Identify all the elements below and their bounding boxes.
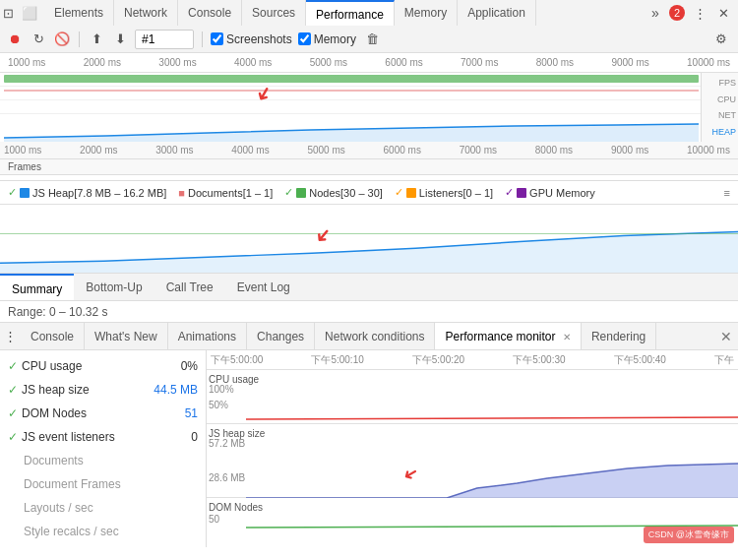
legend-gpu[interactable]: ✓ GPU Memory (505, 186, 595, 199)
upload-icon[interactable]: ⬆ (88, 31, 105, 48)
ruler-ticks: 1000 ms 2000 ms 3000 ms 4000 ms 5000 ms … (4, 57, 738, 68)
tab-network[interactable]: Network (114, 0, 178, 26)
pm-cpu-100: 100% (209, 384, 234, 395)
legend-jsheap[interactable]: ✓ JS Heap[7.8 MB – 16.2 MB] (8, 186, 166, 199)
pm-tick-0: 下午5:00:00 (211, 353, 263, 367)
metric-layouts[interactable]: Layouts / sec (0, 496, 206, 520)
metric-jsheap-name: JS heap size (22, 383, 149, 397)
memory-checkbox-label[interactable]: Memory (298, 32, 356, 46)
legend-nodes-label: Nodes[30 – 30] (309, 187, 383, 199)
ltick-8000: 8000 ms (535, 145, 573, 156)
tab-elements[interactable]: Elements (44, 0, 114, 26)
bottom-tab-animations[interactable]: Animations (168, 323, 247, 350)
bottom-tab-perf-monitor[interactable]: Performance monitor ✕ (435, 323, 581, 350)
metric-documents[interactable]: Documents (0, 449, 206, 472)
summary-tab-eventlog[interactable]: Event Log (225, 274, 302, 300)
main-chart: ➜ (0, 205, 738, 274)
metric-dom[interactable]: ✓ DOM Nodes 51 (0, 402, 206, 425)
pm-cpu-50: 50% (209, 400, 228, 410)
metric-style-recalcs[interactable]: Style recalcs / sec (0, 520, 206, 543)
inspect-icon[interactable]: ⊡ (0, 6, 17, 21)
memory-checkbox[interactable] (298, 32, 311, 45)
legend-jsheap-check: ✓ (8, 186, 17, 199)
summary-tab-calltree[interactable]: Call Tree (154, 274, 225, 300)
bottom-panel: ✓ CPU usage 0% ✓ JS heap size 44.5 MB ✓ … (0, 350, 738, 547)
bottom-tab-whatsnew[interactable]: What's New (85, 323, 168, 350)
metric-cpu[interactable]: ✓ CPU usage 0% (0, 354, 206, 378)
bottom-tab-network-conditions[interactable]: Network conditions (315, 323, 435, 350)
reload-icon[interactable]: ↻ (30, 31, 47, 48)
tab-sources[interactable]: Sources (242, 0, 306, 26)
legend-listeners-check: ✓ (395, 186, 403, 199)
pm-tick-1: 下午5:00:10 (311, 353, 363, 367)
tick-1000: 1000 ms (8, 57, 45, 68)
legend-gpu-color (517, 188, 526, 198)
legend-nodes-color (296, 188, 306, 198)
range-label: Range: 0 – 10.32 s (8, 305, 107, 319)
record-icon[interactable]: ⏺ (6, 31, 24, 48)
main-chart-svg (0, 205, 738, 273)
metric-listeners-check: ✓ (8, 430, 18, 444)
svg-marker-1 (0, 232, 738, 273)
tab-console[interactable]: Console (178, 0, 242, 26)
bottom-menu-icon[interactable]: ⋮ (0, 329, 21, 343)
tick-7000: 7000 ms (461, 57, 498, 68)
pm-tick-5: 下午 (714, 353, 734, 367)
legend-nodes-check: ✓ (284, 186, 293, 199)
url-input[interactable] (135, 30, 194, 49)
summary-tab-summary[interactable]: Summary (0, 274, 74, 300)
net-label-side: NET (704, 110, 736, 120)
lower-ruler-ticks: 1000 ms 2000 ms 3000 ms 4000 ms 5000 ms … (0, 145, 738, 156)
perf-toolbar: ⏺ ↻ 🚫 ⬆ ⬇ Screenshots Memory 🗑 ⚙ (0, 26, 738, 53)
tick-8000: 8000 ms (536, 57, 574, 68)
screenshots-checkbox[interactable] (211, 32, 223, 45)
summary-range: Range: 0 – 10.32 s (0, 301, 738, 323)
tab-memory[interactable]: Memory (395, 0, 458, 26)
tab-performance[interactable]: Performance (306, 0, 395, 26)
metric-jsheap[interactable]: ✓ JS heap size 44.5 MB (0, 378, 206, 402)
close-bottom-panel-icon[interactable]: ✕ (714, 329, 738, 344)
metric-cpu-check: ✓ (8, 359, 18, 373)
tick-9000: 9000 ms (611, 57, 648, 68)
detach-icon[interactable]: ✕ (715, 6, 732, 21)
main-tab-bar: ⊡ ⬜ Elements Network Console Sources Per… (0, 0, 738, 26)
metric-doc-frames[interactable]: Document Frames (0, 472, 206, 496)
pm-heap-57: 57.2 MB (209, 438, 245, 449)
perf-monitor-close-icon[interactable]: ✕ (563, 332, 571, 342)
cpu-label-side: CPU (704, 94, 736, 104)
cpu-chart-svg (246, 370, 738, 424)
pm-tick-3: 下午5:00:30 (513, 353, 565, 367)
legend-listeners[interactable]: ✓ Listeners[0 – 1] (395, 186, 493, 199)
legend-docs[interactable]: ■ Documents[1 – 1] (178, 187, 273, 199)
ltick-9000: 9000 ms (611, 145, 648, 156)
metric-listeners[interactable]: ✓ JS event listeners 0 (0, 425, 206, 449)
metrics-panel: ✓ CPU usage 0% ✓ JS heap size 44.5 MB ✓ … (0, 350, 207, 547)
trash-icon[interactable]: 🗑 (366, 31, 379, 46)
error-badge: 2 (669, 5, 685, 21)
metric-dom-value: 51 (149, 406, 198, 420)
bottom-tab-changes[interactable]: Changes (247, 323, 315, 350)
screenshots-checkbox-label[interactable]: Screenshots (211, 32, 292, 46)
memory-label: Memory (314, 32, 356, 46)
tick-4000: 4000 ms (234, 57, 272, 68)
summary-tab-bottomup[interactable]: Bottom-Up (74, 274, 154, 300)
legend-nodes[interactable]: ✓ Nodes[30 – 30] (284, 186, 383, 199)
bottom-tab-rendering[interactable]: Rendering (582, 323, 656, 350)
download-icon[interactable]: ⬇ (111, 31, 129, 48)
heap-label-side: HEAP (704, 127, 736, 137)
tab-application[interactable]: Application (458, 0, 536, 26)
more-tabs-icon[interactable]: » (647, 5, 663, 21)
dots-menu-icon[interactable]: ⋮ (691, 6, 709, 21)
cpu-bar (4, 90, 699, 92)
bottom-tab-console[interactable]: Console (21, 323, 85, 350)
clear-icon[interactable]: 🚫 (53, 31, 71, 48)
ltick-7000: 7000 ms (460, 145, 497, 156)
legend-docs-check: ■ (178, 187, 185, 199)
ltick-5000: 5000 ms (307, 145, 344, 156)
settings-icon[interactable]: ⚙ (714, 31, 732, 48)
legend-menu-icon[interactable]: ≡ (724, 187, 730, 199)
device-icon[interactable]: ⬜ (19, 6, 40, 21)
metric-listeners-value: 0 (149, 430, 198, 444)
legend-jsheap-color (20, 188, 30, 198)
mini-charts: 7.8 MB – 16.2 MB FPS CPU NET HEAP ➜ (0, 73, 738, 142)
